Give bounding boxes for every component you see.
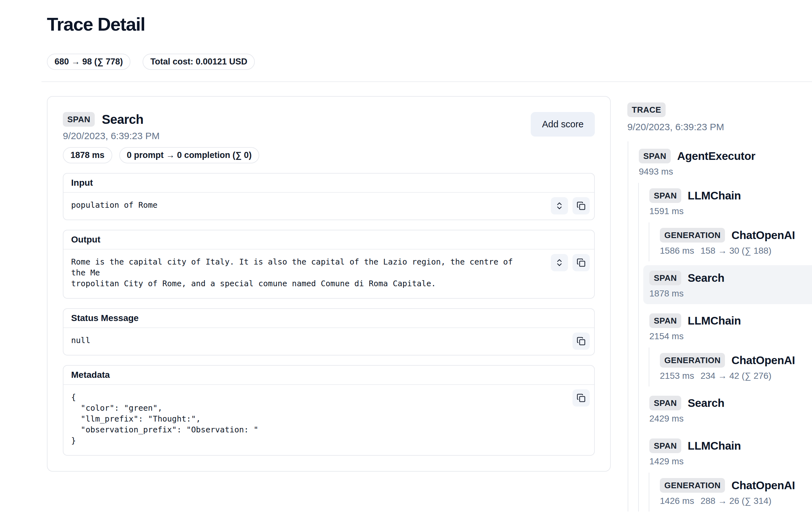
tree-node-latency: 1878 ms (649, 288, 683, 299)
trace-children: SPAN AgentExecutor 9493 ms SPAN LLMChain (628, 141, 812, 512)
output-section-label: Output (63, 230, 594, 249)
trace-tree-sidebar: TRACE 9/20/2023, 6:39:23 PM SPAN AgentEx… (627, 82, 812, 512)
status-message-body: null (63, 328, 594, 355)
trace-detail-page: Trace Detail 680 → 98 (∑ 778) Total cost… (0, 0, 812, 531)
output-copy-button[interactable] (572, 254, 590, 271)
observation-card: SPAN Search 9/20/2023, 6:39:23 PM 1878 m… (47, 96, 611, 472)
output-section-body: Rome is the capital city of Italy. It is… (63, 249, 594, 298)
tree-node-tokens: 288 → 26 (∑ 314) (700, 496, 771, 506)
copy-icon (577, 393, 585, 402)
tree-node-tokens: 158 → 30 (∑ 188) (700, 246, 771, 256)
tree-node-latency: 1591 ms (649, 206, 683, 216)
tree-node-llmchain-2[interactable]: SPAN LLMChain 2154 ms (643, 308, 812, 347)
generation-type-badge: GENERATION (660, 228, 725, 243)
token-count-badge: 0 prompt → 0 completion (∑ 0) (119, 147, 259, 163)
metadata-copy-button[interactable] (572, 389, 590, 406)
page-title: Trace Detail (47, 13, 812, 35)
metadata-label: Metadata (63, 366, 594, 385)
input-copy-button[interactable] (572, 197, 590, 214)
tree-node-llmchain-3[interactable]: SPAN LLMChain 1429 ms (643, 433, 812, 472)
tree-node-latency: 2153 ms (660, 371, 694, 381)
tree-node-title: ChatOpenAI (731, 354, 795, 367)
total-cost-badge: Total cost: 0.00121 USD (143, 54, 255, 70)
tree-node-title: LLMChain (687, 440, 741, 452)
status-message-section: Status Message null (63, 308, 595, 356)
span-type-badge: SPAN (649, 271, 681, 285)
tree-node-latency: 9493 ms (639, 167, 673, 177)
input-section: Input population of Rome (63, 173, 595, 220)
output-section: Output Rome is the capital city of Italy… (63, 230, 595, 299)
tree-node-generation-1[interactable]: GENERATION ChatOpenAI 1586 ms 158 → 30 (… (654, 223, 812, 261)
span-type-badge: SPAN (649, 396, 681, 411)
tree-node-search-2[interactable]: SPAN Search 2429 ms (643, 390, 812, 429)
trace-type-badge: TRACE (627, 102, 666, 117)
tree-node-latency: 1586 ms (660, 246, 694, 256)
tree-node-title: LLMChain (687, 314, 741, 327)
status-copy-button[interactable] (572, 332, 590, 350)
status-message-label: Status Message (63, 309, 594, 328)
copy-icon (577, 258, 585, 267)
add-score-button[interactable]: Add score (531, 112, 595, 137)
span-type-badge: SPAN (639, 149, 671, 163)
observation-title: Search (102, 112, 143, 127)
span-type-badge: SPAN (649, 188, 681, 203)
tree-node-tokens: 234 → 42 (∑ 276) (700, 371, 771, 381)
output-content: Rome is the capital city of Italy. It is… (71, 257, 518, 289)
tree-node-latency: 2429 ms (649, 414, 683, 424)
chevrons-up-down-icon (555, 201, 564, 210)
tree-node-title: AgentExecutor (677, 150, 755, 162)
metadata-content: { "color": "green", "llm_prefix": "Thoug… (71, 392, 518, 446)
latency-badge: 1878 ms (63, 147, 112, 163)
input-section-body: population of Rome (63, 193, 594, 219)
observation-card-header: SPAN Search 9/20/2023, 6:39:23 PM 1878 m… (63, 112, 595, 163)
tree-node-latency: 1426 ms (660, 496, 694, 506)
tree-node-generation-3[interactable]: GENERATION ChatOpenAI 1426 ms 288 → 26 (… (654, 473, 812, 512)
span-type-badge: SPAN (649, 439, 681, 453)
tree-node-llmchain-1[interactable]: SPAN LLMChain 1591 ms (643, 183, 812, 222)
input-section-label: Input (63, 174, 594, 193)
tree-node-title: LLMChain (687, 189, 741, 202)
generation-type-badge: GENERATION (660, 478, 725, 493)
tree-node-title: Search (687, 272, 724, 284)
observation-heading-block: SPAN Search 9/20/2023, 6:39:23 PM 1878 m… (63, 112, 259, 163)
input-content: population of Rome (71, 200, 518, 211)
output-expand-button[interactable] (551, 254, 568, 271)
span-type-badge: SPAN (649, 313, 681, 328)
tree-node-search-selected[interactable]: SPAN Search 1878 ms (643, 265, 812, 304)
observation-type-badge: SPAN (63, 112, 95, 127)
copy-icon (577, 337, 585, 346)
metadata-section: Metadata { "color": "green", "llm_prefix… (63, 365, 595, 456)
tree-node-title: ChatOpenAI (731, 479, 795, 492)
tree-node-latency: 2154 ms (649, 331, 683, 342)
status-message-content: null (71, 335, 518, 346)
copy-icon (577, 201, 585, 210)
input-expand-button[interactable] (551, 197, 568, 214)
token-usage-badge: 680 → 98 (∑ 778) (47, 54, 130, 70)
tree-node-title: ChatOpenAI (731, 229, 795, 242)
observation-timestamp: 9/20/2023, 6:39:23 PM (63, 130, 259, 141)
observation-stat-badges: 1878 ms 0 prompt → 0 completion (∑ 0) (63, 147, 259, 163)
trace-timestamp: 9/20/2023, 6:39:23 PM (627, 121, 812, 132)
agent-executor-children: SPAN LLMChain 1591 ms GENERATION (638, 183, 812, 512)
trace-summary-badges: 680 → 98 (∑ 778) Total cost: 0.00121 USD (47, 54, 812, 70)
tree-node-title: Search (687, 397, 724, 410)
chevrons-up-down-icon (555, 258, 564, 267)
generation-type-badge: GENERATION (660, 353, 725, 368)
tree-node-agent-executor[interactable]: SPAN AgentExecutor 9493 ms (633, 143, 812, 182)
tree-node-generation-2[interactable]: GENERATION ChatOpenAI 2153 ms 234 → 42 (… (654, 347, 812, 386)
tree-node-latency: 1429 ms (649, 456, 683, 467)
metadata-body: { "color": "green", "llm_prefix": "Thoug… (63, 385, 594, 455)
